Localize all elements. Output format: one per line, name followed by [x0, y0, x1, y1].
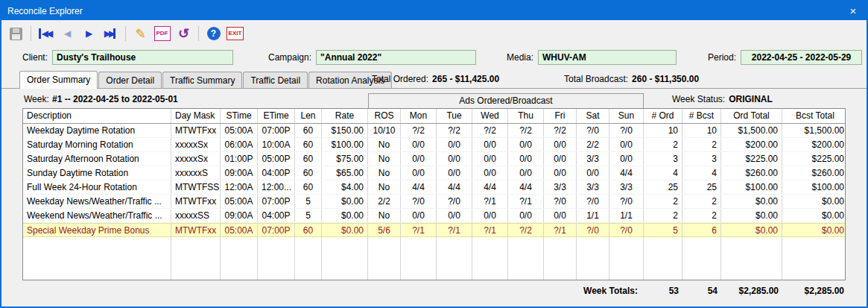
column-header[interactable]: STime — [221, 109, 258, 123]
week-totals-row: Week Totals:5354$2,285.00$2,285.00 — [22, 283, 846, 298]
column-header[interactable]: # Bcst — [682, 109, 721, 123]
empty-cell — [544, 237, 577, 251]
table-cell: 05:00A — [221, 124, 258, 137]
close-icon[interactable]: × — [840, 1, 867, 20]
client-input[interactable] — [52, 50, 233, 65]
period-input[interactable] — [741, 50, 862, 65]
table-cell: 07:00P — [258, 195, 295, 208]
tab-traffic-summary[interactable]: Traffic Summary — [162, 72, 242, 88]
exit-icon: EXIT — [226, 27, 244, 40]
undo-icon: ↺ — [178, 25, 189, 42]
column-header[interactable]: ROS — [368, 109, 401, 123]
empty-cell — [295, 265, 322, 280]
header-fields: Client: Campaign: Media: Period: — [1, 47, 867, 69]
pdf-button[interactable]: PDF — [152, 24, 172, 44]
column-header[interactable]: Ord Total — [721, 109, 782, 123]
help-button[interactable]: ? — [203, 24, 224, 44]
table-row[interactable]: Full Week 24-Hour RotationMTWTFSS12:00A1… — [23, 180, 845, 195]
table-cell: 60 — [295, 180, 322, 194]
column-header[interactable]: Len — [295, 109, 322, 123]
last-record-button[interactable]: ▶▶ — [101, 24, 121, 44]
table-row[interactable]: Weekday Daytime RotationMTWTFxx05:00A07:… — [23, 124, 845, 138]
table-cell: 10:00A — [258, 138, 295, 151]
table-cell: MTWTFxx — [171, 224, 221, 236]
order-table-header: DescriptionDay MaskSTimeETimeLenRateROSM… — [23, 109, 845, 124]
table-cell: 0/0 — [544, 166, 577, 180]
column-header[interactable]: # Ord — [644, 109, 682, 123]
table-cell: ?/0 — [437, 195, 472, 208]
column-header[interactable]: Thu — [508, 109, 544, 123]
column-header[interactable]: Mon — [401, 109, 437, 123]
table-row[interactable]: Saturday Afternoon RotationxxxxxSx01:00P… — [23, 152, 845, 166]
empty-cell — [368, 265, 401, 280]
table-row[interactable]: Special Weekday Prime BonusMTWTFxx05:00A… — [23, 223, 845, 237]
column-header[interactable]: Rate — [322, 109, 368, 123]
table-cell: 3 — [644, 152, 682, 166]
pencil-icon: ✎ — [135, 26, 145, 42]
column-header[interactable]: Wed — [472, 109, 508, 123]
media-label: Media: — [507, 52, 533, 63]
next-record-button[interactable]: ▶ — [79, 24, 99, 44]
table-cell: 2 — [644, 195, 682, 208]
column-header[interactable]: ETime — [258, 109, 295, 123]
previous-record-button[interactable]: ◀ — [57, 24, 77, 44]
tab-order-detail[interactable]: Order Detail — [98, 72, 162, 88]
column-header[interactable]: Sun — [609, 109, 644, 123]
empty-cell — [682, 265, 721, 280]
period-label: Period: — [708, 52, 736, 63]
column-header[interactable]: Description — [23, 109, 171, 123]
help-icon: ? — [207, 27, 221, 40]
empty-cell — [437, 237, 472, 251]
tab-traffic-detail[interactable]: Traffic Detail — [243, 72, 308, 88]
undo-button[interactable]: ↺ — [174, 24, 194, 44]
table-cell: 0/0 — [401, 166, 437, 180]
titlebar[interactable]: Reconcile Explorer × — [1, 1, 867, 20]
week-status-label: Week Status: — [672, 94, 725, 104]
column-header[interactable]: Day Mask — [171, 109, 221, 123]
first-record-button[interactable]: ◀◀ — [36, 24, 56, 44]
table-cell: 06:00A — [221, 138, 258, 151]
table-cell: 0/0 — [508, 152, 544, 166]
total-ordered-label: Total Ordered: — [372, 74, 428, 84]
table-cell: Weekday Daytime Rotation — [23, 124, 171, 137]
empty-cell — [721, 237, 782, 251]
campaign-input[interactable] — [316, 50, 476, 65]
period-field-group: Period: — [708, 50, 862, 65]
media-input[interactable] — [538, 50, 677, 65]
table-cell: Full Week 24-Hour Rotation — [23, 180, 171, 194]
table-cell: No — [368, 180, 401, 194]
client-label: Client: — [22, 52, 48, 63]
tab-order-summary[interactable]: Order Summary — [19, 71, 98, 89]
exit-button[interactable]: EXIT — [225, 24, 245, 44]
table-cell: 07:00P — [258, 124, 295, 137]
week-total-value: 53 — [644, 286, 682, 296]
client-field-group: Client: — [22, 50, 233, 65]
column-header[interactable]: Tue — [437, 109, 472, 123]
table-row[interactable]: Weekend News/Weather/Traffic ...xxxxxSS0… — [23, 209, 845, 223]
previous-record-icon: ◀ — [64, 28, 71, 39]
table-cell: No — [368, 152, 401, 166]
table-row[interactable]: Saturday Morning RotationxxxxxSx06:00A10… — [23, 138, 845, 152]
column-header[interactable]: Sat — [577, 109, 609, 123]
table-cell: ?/1 — [401, 224, 437, 236]
table-cell: $0.00 — [721, 224, 782, 236]
column-header[interactable]: Fri — [544, 109, 577, 123]
order-table: DescriptionDay MaskSTimeETimeLenRateROSM… — [22, 108, 846, 280]
table-cell: $0.00 — [322, 195, 368, 208]
empty-cell — [221, 251, 258, 265]
table-cell: ?/0 — [577, 124, 609, 137]
empty-cell — [782, 251, 848, 265]
week-header: Week: #1 -- 2022-04-25 to 2022-05-01 Ads… — [1, 89, 867, 108]
edit-button[interactable]: ✎ — [130, 24, 151, 44]
empty-cell — [682, 237, 721, 251]
save-button[interactable] — [6, 24, 26, 44]
table-cell: ?/2 — [472, 124, 508, 137]
table-row[interactable]: Weekday News/Weather/Traffic ...MTWTFxx0… — [23, 195, 845, 209]
table-cell: 3/3 — [609, 180, 644, 194]
table-cell: 0/0 — [508, 209, 544, 222]
column-header[interactable]: Bcst Total — [782, 109, 848, 123]
header-row: DescriptionDay MaskSTimeETimeLenRateROSM… — [23, 109, 845, 124]
table-cell: ?/1 — [544, 224, 577, 236]
table-row[interactable]: Sunday Daytime RotationxxxxxxS09:00A04:0… — [23, 166, 845, 180]
table-cell: $150.00 — [322, 124, 368, 137]
